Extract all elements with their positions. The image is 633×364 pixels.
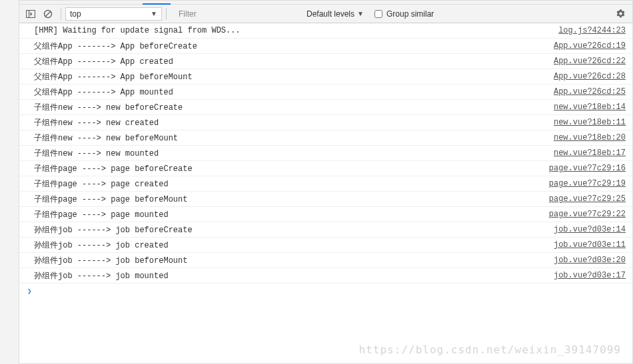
log-row: 父组件App -------> App createdApp.vue?26cd:… <box>19 54 632 69</box>
log-source-link[interactable]: App.vue?26cd:19 <box>554 41 626 51</box>
filter-input[interactable] <box>176 7 301 21</box>
toggle-sidebar-button[interactable] <box>22 6 39 22</box>
svg-marker-2 <box>31 12 33 16</box>
log-message: 孙组件job ------> job mounted <box>33 270 554 281</box>
log-row: 子组件page ----> page mountedpage.vue?7c29:… <box>19 207 632 222</box>
log-message: 孙组件job ------> job beforeMount <box>33 255 554 266</box>
levels-label: Default levels <box>307 9 354 19</box>
log-message: 子组件new ----> new created <box>33 117 554 128</box>
group-similar-toggle[interactable]: Group similar <box>374 9 434 19</box>
group-similar-label: Group similar <box>386 9 434 19</box>
log-message: 子组件new ----> new mounted <box>33 148 554 159</box>
log-message: 子组件new ----> new beforeMount <box>33 132 554 144</box>
log-row: 子组件new ----> new mountednew.vue?18eb:17 <box>19 146 632 161</box>
log-message: 父组件App -------> App created <box>33 56 554 67</box>
console-toolbar: top ▼ Default levels ▼ Group similar <box>19 5 632 23</box>
log-source-link[interactable]: page.vue?7c29:16 <box>549 164 626 173</box>
log-row: 父组件App -------> App beforeMountApp.vue?2… <box>19 69 632 85</box>
context-selector[interactable]: top ▼ <box>65 7 162 21</box>
log-source-link[interactable]: page.vue?7c29:19 <box>549 179 626 188</box>
log-row: 子组件new ----> new beforeCreatenew.vue?18e… <box>19 100 632 115</box>
tabstrip <box>19 1 632 5</box>
log-row: [HMR] Waiting for update signal from WDS… <box>19 23 632 39</box>
settings-button[interactable] <box>611 9 630 19</box>
log-message: 子组件page ----> page beforeCreate <box>33 163 549 174</box>
log-row: 子组件page ----> page createdpage.vue?7c29:… <box>19 176 632 192</box>
log-message: 孙组件job ------> job beforeCreate <box>33 224 554 236</box>
log-source-link[interactable]: log.js?4244:23 <box>558 26 626 35</box>
log-message: 子组件page ----> page beforeMount <box>33 194 549 205</box>
gear-icon <box>616 9 626 19</box>
log-source-link[interactable]: page.vue?7c29:22 <box>549 210 626 219</box>
log-row: 孙组件job ------> job createdjob.vue?d03e:1… <box>19 238 632 253</box>
log-row: 子组件page ----> page beforeMountpage.vue?7… <box>19 192 632 207</box>
levels-selector[interactable]: Default levels ▼ <box>301 9 369 19</box>
log-row: 父组件App -------> App beforeCreateApp.vue?… <box>19 39 632 54</box>
log-row: 子组件new ----> new creatednew.vue?18eb:11 <box>19 115 632 130</box>
log-source-link[interactable]: job.vue?d03e:11 <box>554 240 626 250</box>
log-row: 子组件page ----> page beforeCreatepage.vue?… <box>19 161 632 176</box>
active-tab-indicator <box>143 3 171 5</box>
log-message: 子组件page ----> page mounted <box>33 209 549 220</box>
log-row: 孙组件job ------> job beforeCreatejob.vue?d… <box>19 222 632 238</box>
log-source-link[interactable]: new.vue?18eb:17 <box>554 148 626 158</box>
log-message: 孙组件job ------> job created <box>33 240 554 251</box>
log-message: 父组件App -------> App mounted <box>33 87 554 98</box>
group-similar-checkbox[interactable] <box>374 10 382 18</box>
console-log-area[interactable]: [HMR] Waiting for update signal from WDS… <box>19 23 632 363</box>
log-source-link[interactable]: new.vue?18eb:11 <box>554 118 626 127</box>
chevron-down-icon: ▼ <box>357 10 364 17</box>
log-row: 父组件App -------> App mountedApp.vue?26cd:… <box>19 85 632 100</box>
log-source-link[interactable]: job.vue?d03e:14 <box>554 225 626 234</box>
svg-line-4 <box>45 11 51 17</box>
prompt-caret-icon: ❯ <box>27 287 32 295</box>
chevron-down-icon: ▼ <box>151 10 157 17</box>
console-prompt[interactable]: ❯ <box>19 283 632 298</box>
log-message: 父组件App -------> App beforeCreate <box>33 41 554 52</box>
log-message: 父组件App -------> App beforeMount <box>33 71 554 83</box>
log-message: 子组件new ----> new beforeCreate <box>33 102 554 113</box>
watermark: https://blog.csdn.net/weixin_39147099 <box>359 343 621 356</box>
log-source-link[interactable]: App.vue?26cd:25 <box>554 87 626 96</box>
log-message: [HMR] Waiting for update signal from WDS… <box>33 26 558 35</box>
log-source-link[interactable]: page.vue?7c29:25 <box>549 194 626 204</box>
log-source-link[interactable]: new.vue?18eb:14 <box>554 102 626 112</box>
log-source-link[interactable]: new.vue?18eb:20 <box>554 133 626 142</box>
log-message: 子组件page ----> page created <box>33 178 549 190</box>
log-source-link[interactable]: job.vue?d03e:20 <box>554 256 626 265</box>
log-row: 孙组件job ------> job beforeMountjob.vue?d0… <box>19 253 632 268</box>
log-source-link[interactable]: App.vue?26cd:28 <box>554 72 626 81</box>
separator <box>61 8 61 20</box>
log-row: 子组件new ----> new beforeMountnew.vue?18eb… <box>19 130 632 146</box>
log-source-link[interactable]: App.vue?26cd:22 <box>554 57 626 66</box>
log-row: 孙组件job ------> job mountedjob.vue?d03e:1… <box>19 268 632 283</box>
log-source-link[interactable]: job.vue?d03e:17 <box>554 271 626 280</box>
context-label: top <box>70 9 81 19</box>
clear-console-button[interactable] <box>39 6 57 22</box>
separator <box>166 8 167 20</box>
devtools-console: top ▼ Default levels ▼ Group similar [HM… <box>19 0 633 364</box>
